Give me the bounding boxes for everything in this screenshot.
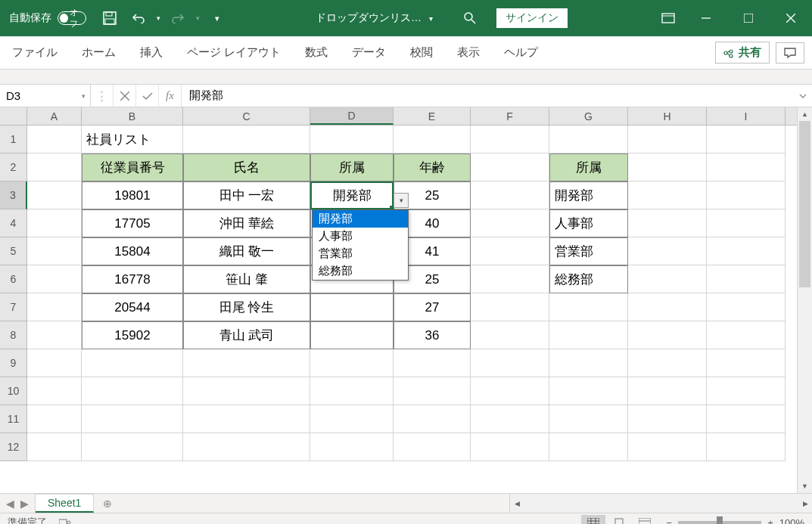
cell[interactable] (628, 405, 707, 433)
cell[interactable]: 27 (394, 293, 471, 321)
cancel-formula-button[interactable] (114, 85, 136, 107)
col-header-H[interactable]: H (628, 107, 707, 125)
row-header[interactable]: 4 (0, 209, 27, 237)
col-header-E[interactable]: E (394, 107, 471, 125)
grid[interactable]: A B C D E F G H I 1社員リスト2従業員番号氏名所属年齢所属31… (0, 107, 797, 493)
cell[interactable] (394, 405, 471, 433)
cell[interactable]: 所属 (310, 153, 394, 181)
signin-button[interactable]: サインイン (496, 8, 568, 28)
row-header[interactable]: 6 (0, 265, 27, 293)
cell[interactable]: 開発部 (310, 181, 394, 209)
row-header[interactable]: 11 (0, 405, 27, 433)
cell[interactable]: 15902 (82, 321, 183, 349)
cell[interactable] (310, 405, 394, 433)
view-page-layout-button[interactable] (607, 515, 631, 524)
cell[interactable] (707, 293, 786, 321)
cell[interactable] (549, 377, 628, 405)
scroll-up-button[interactable]: ▲ (798, 107, 812, 121)
dropdown-item[interactable]: 人事部 (313, 228, 408, 245)
cell[interactable] (27, 321, 82, 349)
share-button[interactable]: 共有 (715, 42, 770, 64)
cell[interactable] (628, 433, 707, 461)
cell[interactable] (471, 153, 549, 181)
tab-file[interactable]: ファイル (0, 36, 70, 69)
cell[interactable] (183, 405, 310, 433)
cell[interactable]: 青山 武司 (183, 321, 310, 349)
cell[interactable] (628, 349, 707, 377)
dropdown-item[interactable]: 総務部 (313, 262, 408, 280)
cell[interactable] (27, 153, 82, 181)
row-header[interactable]: 1 (0, 126, 27, 153)
tab-home[interactable]: ホーム (70, 36, 128, 69)
cell[interactable] (707, 209, 786, 237)
cell[interactable] (471, 265, 549, 293)
cell[interactable] (27, 433, 82, 461)
row-header[interactable]: 3 (0, 181, 27, 209)
title-dropdown-icon[interactable]: ▾ (429, 14, 433, 23)
cell[interactable] (628, 209, 707, 237)
cell[interactable] (27, 293, 82, 321)
zoom-out-button[interactable]: − (667, 517, 673, 525)
sheet-nav[interactable]: ◀ ▶ (0, 494, 36, 513)
cell[interactable] (628, 321, 707, 349)
add-sheet-button[interactable]: ⊕ (94, 494, 121, 513)
cell[interactable] (707, 181, 786, 209)
cell[interactable] (707, 349, 786, 377)
cell[interactable] (707, 433, 786, 461)
cell[interactable] (471, 293, 549, 321)
col-header-F[interactable]: F (471, 107, 549, 125)
cell[interactable]: 笹山 肇 (183, 265, 310, 293)
undo-dropdown[interactable]: ▾ (153, 14, 163, 22)
sheet-prev-icon[interactable]: ◀ (6, 498, 14, 510)
name-box[interactable]: D3 (0, 85, 91, 107)
cell[interactable]: 17705 (82, 209, 183, 237)
col-header-G[interactable]: G (549, 107, 628, 125)
tab-review[interactable]: 校閲 (398, 36, 445, 69)
search-icon[interactable] (463, 11, 477, 25)
cell[interactable]: 15804 (82, 237, 183, 265)
vscroll-track[interactable] (798, 121, 812, 479)
cell[interactable] (471, 405, 549, 433)
tab-view[interactable]: 表示 (445, 36, 492, 69)
cell[interactable] (471, 237, 549, 265)
cell[interactable]: 田中 一宏 (183, 181, 310, 209)
cell[interactable] (394, 349, 471, 377)
cell[interactable] (27, 209, 82, 237)
cell[interactable] (310, 293, 394, 321)
cell[interactable] (707, 126, 786, 153)
view-page-break-button[interactable] (633, 515, 657, 524)
cell[interactable]: 氏名 (183, 153, 310, 181)
qat-customize[interactable]: ▾ (203, 14, 232, 23)
zoom-slider[interactable] (678, 521, 761, 524)
cell[interactable] (310, 126, 394, 153)
row-header[interactable]: 7 (0, 293, 27, 321)
cell[interactable] (471, 126, 549, 153)
cell[interactable] (707, 321, 786, 349)
ribbon-display-button[interactable] (652, 13, 685, 23)
select-all-corner[interactable] (0, 107, 27, 125)
formula-input[interactable]: 開発部 (182, 85, 794, 107)
cell[interactable]: 年齢 (394, 153, 471, 181)
row-header[interactable]: 8 (0, 321, 27, 349)
cell[interactable] (628, 265, 707, 293)
cell[interactable] (628, 126, 707, 153)
col-header-C[interactable]: C (183, 107, 310, 125)
cell[interactable] (183, 433, 310, 461)
cell[interactable] (707, 405, 786, 433)
cell[interactable]: 36 (394, 321, 471, 349)
vertical-scrollbar[interactable]: ▲ ▼ (797, 107, 812, 493)
fx-button[interactable]: fx (159, 85, 182, 107)
undo-button[interactable] (124, 13, 153, 23)
cell[interactable]: 沖田 華絵 (183, 209, 310, 237)
cell[interactable] (707, 153, 786, 181)
tab-insert[interactable]: 挿入 (128, 36, 175, 69)
cell[interactable] (310, 433, 394, 461)
cell[interactable] (310, 321, 394, 349)
autosave-toggle[interactable]: 自動保存 オフ (0, 11, 95, 25)
cell[interactable]: 従業員番号 (82, 153, 183, 181)
cell[interactable] (82, 377, 183, 405)
cell[interactable] (82, 349, 183, 377)
maximize-button[interactable] (727, 0, 770, 36)
cell[interactable] (707, 237, 786, 265)
scroll-down-button[interactable]: ▼ (798, 479, 812, 493)
